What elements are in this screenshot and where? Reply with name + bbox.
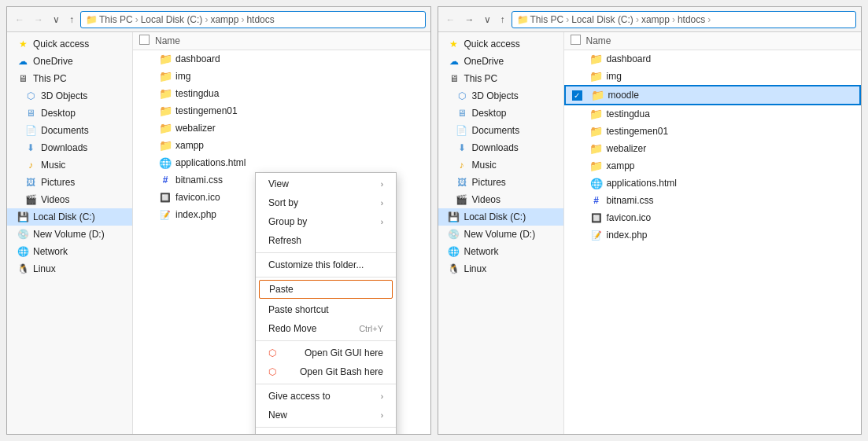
sidebar-item-3d-left[interactable]: ⬡ 3D Objects (7, 87, 132, 105)
file-item-moodle-right[interactable]: ✓ 📁 moodle (564, 85, 862, 105)
sidebar-item-quick-access-left[interactable]: ★ Quick access (7, 35, 132, 53)
explorer-body-right: ★ Quick access ☁ OneDrive 🖥 This PC ⬡ 3D… (438, 32, 862, 434)
file-item-bitnami-css-right[interactable]: # bitnami.css (564, 192, 862, 209)
sidebar-label-pictures-left: Pictures (41, 177, 75, 188)
address-path-right[interactable]: 📁 This PC › Local Disk (C:) › xampp › ht… (512, 11, 857, 28)
path-part-2-left: xampp (210, 14, 238, 25)
cm-sep3-left (256, 340, 396, 341)
sidebar-item-music-left[interactable]: ♪ Music (7, 156, 132, 174)
path-part-3-left: htdocs (246, 14, 274, 25)
file-item-testingdua-left[interactable]: 📁 testingdua (133, 85, 430, 102)
up-button-left[interactable]: ↑ (66, 13, 77, 27)
down-button-left[interactable]: ∨ (50, 13, 63, 27)
filename-applications-html-left: applications.html (175, 157, 246, 168)
sidebar-item-documents-right[interactable]: 📄 Documents (438, 122, 563, 139)
cm-paste-shortcut-left[interactable]: Paste shortcut (256, 300, 396, 319)
sidebar-item-desktop-left[interactable]: 🖥 Desktop (7, 105, 132, 122)
cm-refresh-left[interactable]: Refresh (256, 231, 396, 250)
sidebar-item-network-left[interactable]: 🌐 Network (7, 243, 132, 260)
sidebar-item-music-right[interactable]: ♪ Music (438, 156, 563, 174)
file-item-testingemen01-left[interactable]: 📁 testingemen01 (133, 102, 430, 119)
address-path-left[interactable]: 📁 This PC › Local Disk (C:) › xampp › ht… (80, 11, 426, 28)
sidebar-item-onedrive-left[interactable]: ☁ OneDrive (7, 53, 132, 70)
sidebar-item-this-pc-left[interactable]: 🖥 This PC (7, 70, 132, 87)
sidebar-item-local-disk-c-left[interactable]: 💾 Local Disk (C:) (7, 208, 132, 226)
forward-button-left[interactable]: → (31, 13, 46, 27)
cm-properties-left[interactable]: Properties (256, 430, 396, 434)
file-item-dashboard-right[interactable]: 📁 dashboard (564, 50, 862, 68)
sidebar-label-onedrive-left: OneDrive (33, 56, 73, 67)
sidebar-item-linux-right[interactable]: 🐧 Linux (438, 260, 563, 277)
file-item-favicon-ico-right[interactable]: 🔲 favicon.ico (564, 209, 862, 226)
forward-button-right[interactable]: → (462, 13, 478, 27)
sidebar-item-videos-right[interactable]: 🎬 Videos (438, 191, 563, 208)
path-folder-icon-left: 📁 (86, 14, 98, 25)
cm-sort-by-left[interactable]: Sort by › (256, 193, 396, 212)
cm-customize-left[interactable]: Customize this folder... (256, 255, 396, 274)
sidebar-item-documents-left[interactable]: 📄 Documents (7, 122, 132, 139)
sidebar-item-local-disk-c-right[interactable]: 💾 Local Disk (C:) (438, 208, 563, 226)
sidebar-item-onedrive-right[interactable]: ☁ OneDrive (438, 53, 563, 70)
php-icon-index-right: 📝 (590, 229, 603, 241)
sidebar-label-downloads-right: Downloads (472, 142, 519, 153)
file-item-webalizer-right[interactable]: 📁 webalizer (564, 140, 862, 157)
cm-sort-by-arrow-left: › (381, 199, 383, 208)
cm-group-by-label-left: Group by (268, 216, 307, 227)
file-item-dashboard-left[interactable]: 📁 dashboard (133, 50, 430, 68)
file-item-applications-html-left[interactable]: 🌐 applications.html (133, 154, 430, 171)
sidebar-item-downloads-left[interactable]: ⬇ Downloads (7, 139, 132, 156)
moodle-checkbox-right[interactable]: ✓ (572, 90, 582, 101)
sidebar-item-network-right[interactable]: 🌐 Network (438, 243, 563, 260)
cm-paste-left[interactable]: Paste (259, 280, 393, 299)
filename-img-right: img (607, 71, 622, 82)
cm-view-arrow-left: › (381, 180, 383, 189)
file-list-header-left: Name (133, 32, 430, 50)
file-item-applications-html-right[interactable]: 🌐 applications.html (564, 175, 862, 192)
filename-dashboard-right: dashboard (607, 53, 652, 64)
sidebar-item-this-pc-right[interactable]: 🖥 This PC (438, 70, 563, 87)
file-item-testingemen01-right[interactable]: 📁 testingemen01 (564, 123, 862, 140)
filename-bitnami-css-left: bitnami.css (175, 175, 223, 186)
folder-icon-dashboard-right: 📁 (590, 53, 603, 65)
sidebar-item-pictures-right[interactable]: 🖼 Pictures (438, 174, 563, 191)
sidebar-label-pictures-right: Pictures (472, 177, 506, 188)
cm-open-git-gui-left[interactable]: ⬡ Open Git GUI here (256, 344, 396, 362)
cm-give-access-left[interactable]: Give access to › (256, 387, 396, 406)
cm-sep4-left (256, 384, 396, 384)
sidebar-item-new-volume-d-left[interactable]: 💿 New Volume (D:) (7, 226, 132, 243)
sidebar-item-linux-left[interactable]: 🐧 Linux (7, 260, 132, 277)
file-item-xampp-left[interactable]: 📁 xampp (133, 137, 430, 154)
sidebar-item-desktop-right[interactable]: 🖥 Desktop (438, 105, 563, 122)
sidebar-item-new-volume-d-right[interactable]: 💿 New Volume (D:) (438, 226, 563, 243)
file-item-index-php-right[interactable]: 📝 index.php (564, 226, 862, 244)
cm-open-git-bash-left[interactable]: ⬡ Open Git Bash here (256, 362, 396, 381)
sidebar-item-videos-left[interactable]: 🎬 Videos (7, 191, 132, 208)
sidebar-item-downloads-right[interactable]: ⬇ Downloads (438, 139, 563, 156)
file-item-xampp-right[interactable]: 📁 xampp (564, 157, 862, 175)
header-checkbox-right[interactable] (571, 35, 586, 47)
back-button-left[interactable]: ← (12, 13, 28, 27)
down-button-right[interactable]: ∨ (481, 13, 494, 27)
cm-redo-move-left[interactable]: Redo Move Ctrl+Y (256, 319, 396, 338)
sidebar-label-3d-right: 3D Objects (472, 90, 519, 101)
cm-group-by-left[interactable]: Group by › (256, 212, 396, 231)
pictures-icon-right: 🖼 (456, 176, 468, 189)
cm-view-left[interactable]: View › (256, 175, 396, 193)
file-item-webalizer-left[interactable]: 📁 webalizer (133, 119, 430, 137)
folder-icon-testingemen01-right: 📁 (590, 125, 603, 138)
back-button-right[interactable]: ← (443, 13, 459, 27)
up-button-right[interactable]: ↑ (497, 13, 508, 27)
cm-new-left[interactable]: New › (256, 406, 396, 424)
file-item-img-left[interactable]: 📁 img (133, 68, 430, 85)
file-item-testingdua-right[interactable]: 📁 testingdua (564, 105, 862, 123)
sidebar-item-3d-right[interactable]: ⬡ 3D Objects (438, 87, 563, 105)
header-name-left: Name (155, 35, 424, 46)
sidebar-label-network-right: Network (464, 246, 499, 257)
file-item-img-right[interactable]: 📁 img (564, 68, 862, 85)
sidebar-item-quick-access-right[interactable]: ★ Quick access (438, 35, 563, 53)
cm-sep5-left (256, 427, 396, 428)
cm-redo-move-shortcut-left: Ctrl+Y (359, 324, 383, 333)
music-icon-right: ♪ (456, 159, 468, 171)
header-checkbox-left[interactable] (139, 35, 155, 47)
sidebar-item-pictures-left[interactable]: 🖼 Pictures (7, 174, 132, 191)
